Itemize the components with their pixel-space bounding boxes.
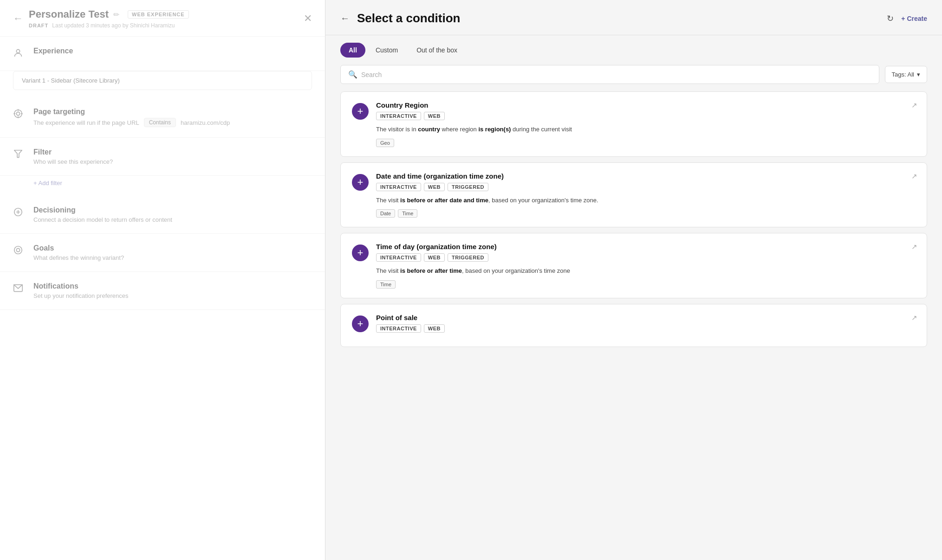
right-back-button[interactable]: ← <box>340 13 350 24</box>
condition-date-time-title: Date and time (organization time zone) <box>376 172 916 180</box>
ctag-web-3: WEB <box>424 253 445 262</box>
tab-all[interactable]: All <box>340 43 365 58</box>
ctag-interactive-3: INTERACTIVE <box>376 253 421 262</box>
conditions-list: + Country Region INTERACTIVE WEB The vis… <box>325 91 942 560</box>
ftag-date: Date <box>376 209 395 218</box>
ctag-interactive-4: INTERACTIVE <box>376 324 421 333</box>
condition-country-region-tags: INTERACTIVE WEB <box>376 112 916 120</box>
ftag-time: Time <box>398 209 417 218</box>
add-point-of-sale-button[interactable]: + <box>352 315 369 332</box>
condition-date-time: + Date and time (organization time zone)… <box>340 162 927 228</box>
tags-label: Tags: All <box>892 71 914 78</box>
condition-time-of-day-title: Time of day (organization time zone) <box>376 243 916 251</box>
right-actions: ↻ + Create <box>887 13 927 24</box>
search-box[interactable]: 🔍 Search <box>340 65 879 84</box>
left-panel: ← Personalize Test ✏ WEB EXPERIENCE DRAF… <box>0 0 325 560</box>
ext-link-point-of-sale[interactable]: ↗ <box>911 314 917 322</box>
tab-out-of-the-box[interactable]: Out of the box <box>408 43 466 58</box>
condition-time-of-day-footer: Time <box>376 280 916 289</box>
condition-time-of-day-tags: INTERACTIVE WEB TRIGGERED <box>376 253 916 262</box>
right-title: Select a condition <box>357 11 879 26</box>
search-placeholder: Search <box>361 71 382 78</box>
ext-link-country-region[interactable]: ↗ <box>911 101 917 109</box>
filter-tabs: All Custom Out of the box <box>325 35 942 58</box>
search-icon: 🔍 <box>348 70 357 79</box>
ftag-geo: Geo <box>376 139 394 147</box>
ctag-interactive-2: INTERACTIVE <box>376 183 421 191</box>
condition-country-region-footer: Geo <box>376 139 916 147</box>
ctag-triggered-2: TRIGGERED <box>448 183 488 191</box>
ctag-web-2: WEB <box>424 183 445 191</box>
right-header: ← Select a condition ↻ + Create <box>325 0 942 35</box>
tags-dropdown[interactable]: Tags: All ▾ <box>885 66 927 83</box>
ctag-interactive: INTERACTIVE <box>376 112 421 120</box>
condition-time-of-day-desc: The visit is before or after time, based… <box>376 266 916 276</box>
condition-country-region-desc: The visitor is in country where region i… <box>376 125 916 134</box>
create-button[interactable]: + Create <box>901 15 927 22</box>
condition-point-of-sale-body: Point of sale INTERACTIVE WEB <box>376 314 916 337</box>
tab-custom[interactable]: Custom <box>367 43 406 58</box>
ext-link-time-of-day[interactable]: ↗ <box>911 243 917 251</box>
ftag-time-2: Time <box>376 280 396 289</box>
condition-date-time-body: Date and time (organization time zone) I… <box>376 172 916 218</box>
condition-time-of-day: + Time of day (organization time zone) I… <box>340 233 927 298</box>
ctag-web: WEB <box>424 112 445 120</box>
search-row: 🔍 Search Tags: All ▾ <box>325 58 942 91</box>
condition-date-time-tags: INTERACTIVE WEB TRIGGERED <box>376 183 916 191</box>
condition-date-time-footer: Date Time <box>376 209 916 218</box>
ext-link-date-time[interactable]: ↗ <box>911 172 917 180</box>
condition-country-region-body: Country Region INTERACTIVE WEB The visit… <box>376 101 916 147</box>
add-time-of-day-button[interactable]: + <box>352 245 369 261</box>
condition-date-time-desc: The visit is before or after date and ti… <box>376 196 916 205</box>
add-date-time-button[interactable]: + <box>352 174 369 191</box>
condition-point-of-sale-tags: INTERACTIVE WEB <box>376 324 916 333</box>
refresh-button[interactable]: ↻ <box>887 13 894 24</box>
condition-country-region-title: Country Region <box>376 101 916 109</box>
condition-point-of-sale: + Point of sale INTERACTIVE WEB ↗ <box>340 304 927 347</box>
left-overlay <box>0 0 325 560</box>
condition-point-of-sale-title: Point of sale <box>376 314 916 322</box>
right-panel: ← Select a condition ↻ + Create All Cust… <box>325 0 942 560</box>
condition-country-region: + Country Region INTERACTIVE WEB The vis… <box>340 91 927 157</box>
ctag-triggered-3: TRIGGERED <box>448 253 488 262</box>
chevron-down-icon: ▾ <box>917 71 920 78</box>
add-country-region-button[interactable]: + <box>352 103 369 120</box>
condition-time-of-day-body: Time of day (organization time zone) INT… <box>376 243 916 289</box>
ctag-web-4: WEB <box>424 324 445 333</box>
